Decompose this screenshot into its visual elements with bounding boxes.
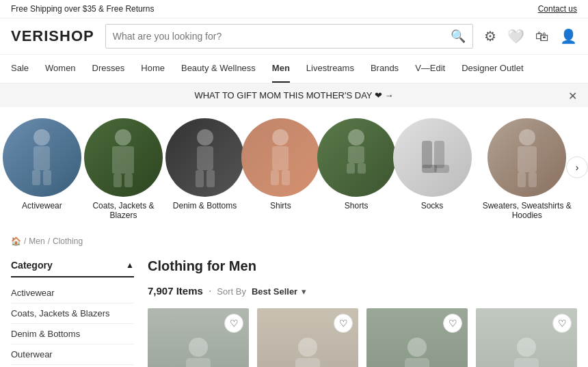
svg-rect-27: [529, 172, 537, 187]
svg-rect-41: [514, 358, 539, 367]
category-shorts-label: Shorts: [345, 201, 369, 210]
svg-rect-33: [295, 358, 320, 367]
user-icon[interactable]: 👤: [560, 28, 577, 44]
breadcrumb-men[interactable]: Men: [29, 236, 44, 246]
svg-rect-37: [405, 358, 429, 367]
breadcrumb-current: Clothing: [53, 236, 83, 246]
page-title: Clothing for Men: [148, 252, 577, 274]
breadcrumb-separator2: /: [48, 236, 50, 246]
promo-close-button[interactable]: ✕: [568, 89, 577, 102]
wishlist-button-1[interactable]: ♡: [224, 314, 243, 333]
sidebar-title: Category ▲: [11, 252, 134, 277]
category-denim[interactable]: Denim & Bottoms: [170, 118, 240, 210]
product-area: Clothing for Men 7,907 Items · Sort By B…: [148, 252, 577, 367]
category-denim-label: Denim & Bottoms: [173, 201, 237, 210]
category-shirts-label: Shirts: [270, 201, 291, 210]
svg-point-24: [519, 129, 535, 146]
header-icons: ⚙ 🤍 🛍 👤: [484, 28, 577, 44]
sidebar-item-outerwear[interactable]: Outerwear: [11, 344, 134, 365]
promo-text[interactable]: WHAT TO GIFT MOM THIS MOTHER'S DAY ❤ →: [194, 90, 393, 100]
sidebar: Category ▲ Activewear Coats, Jackets & B…: [11, 252, 134, 367]
category-activewear[interactable]: Activewear: [7, 118, 77, 210]
sidebar-item-activewear[interactable]: Activewear: [11, 283, 134, 303]
sort-value[interactable]: Best Seller: [252, 286, 297, 297]
category-coats[interactable]: Coats, Jackets & Blazers: [83, 118, 164, 220]
category-coats-image: [84, 118, 163, 197]
svg-rect-7: [124, 174, 133, 187]
category-activewear-label: Activewear: [22, 201, 62, 210]
sidebar-category-label: Category: [11, 260, 53, 271]
logo[interactable]: VERISHOP: [11, 27, 94, 45]
svg-rect-11: [206, 170, 215, 187]
nav-men[interactable]: Men: [272, 55, 290, 83]
svg-rect-13: [272, 146, 289, 170]
breadcrumb: 🏠 / Men / Clothing: [0, 231, 588, 252]
wishlist-button-4[interactable]: ♡: [552, 314, 572, 333]
settings-icon[interactable]: ⚙: [484, 28, 496, 44]
nav: Sale Women Dresses Home Beauty & Wellnes…: [0, 55, 588, 83]
sort-label: Sort By: [217, 286, 246, 297]
category-socks-label: Socks: [421, 201, 444, 210]
svg-point-0: [34, 129, 50, 146]
top-banner: Free Shipping over $35 & Free Returns Co…: [0, 0, 588, 18]
svg-rect-25: [518, 146, 537, 172]
nav-livestreams[interactable]: Livestreams: [306, 55, 354, 83]
product-count: 7,907 Items: [148, 285, 203, 297]
svg-rect-19: [358, 163, 366, 174]
category-shirts[interactable]: Shirts: [245, 118, 316, 210]
svg-rect-14: [271, 170, 279, 185]
bag-icon[interactable]: 🛍: [535, 29, 549, 44]
svg-rect-9: [197, 146, 213, 170]
svg-point-4: [115, 129, 131, 146]
svg-rect-10: [196, 170, 204, 187]
category-socks[interactable]: Socks: [397, 118, 468, 210]
svg-rect-6: [113, 174, 122, 187]
nav-beauty[interactable]: Beauty & Wellness: [181, 55, 256, 83]
svg-rect-3: [43, 170, 51, 185]
category-coats-label: Coats, Jackets & Blazers: [83, 201, 164, 220]
product-card-2[interactable]: ♡: [257, 308, 358, 367]
svg-rect-29: [186, 358, 211, 367]
svg-rect-26: [518, 172, 526, 187]
shipping-text: Free Shipping over $35 & Free Returns: [11, 4, 154, 14]
product-card-4[interactable]: ♡: [476, 308, 577, 367]
nav-sale[interactable]: Sale: [11, 55, 29, 83]
scroll-right-button[interactable]: ›: [566, 156, 588, 178]
svg-rect-2: [32, 170, 40, 185]
contact-link[interactable]: Contact us: [538, 4, 577, 14]
nav-designer[interactable]: Designer Outlet: [462, 55, 523, 83]
nav-home[interactable]: Home: [141, 55, 165, 83]
svg-point-16: [348, 129, 364, 146]
product-card-3[interactable]: ♡: [366, 308, 468, 367]
svg-point-12: [272, 129, 289, 146]
nav-dresses[interactable]: Dresses: [92, 55, 125, 83]
home-icon[interactable]: 🏠: [11, 236, 21, 246]
svg-point-36: [407, 338, 427, 357]
product-card-1[interactable]: ♡: [148, 308, 249, 367]
page-heading-wrapper: Clothing for Men: [148, 252, 577, 274]
wishlist-button-2[interactable]: ♡: [334, 314, 353, 333]
search-input[interactable]: [113, 31, 445, 42]
sidebar-item-denim[interactable]: Denim & Bottoms: [11, 324, 134, 344]
svg-rect-18: [347, 163, 355, 174]
sidebar-collapse-icon[interactable]: ▲: [126, 260, 134, 270]
product-image-2: ♡: [257, 308, 358, 367]
sort-arrow-icon[interactable]: ▾: [302, 286, 306, 297]
svg-rect-1: [34, 146, 50, 170]
category-activewear-image: [3, 118, 81, 197]
nav-brands[interactable]: Brands: [371, 55, 399, 83]
promo-banner: WHAT TO GIFT MOM THIS MOTHER'S DAY ❤ → ✕: [0, 83, 588, 107]
dot-separator: ·: [209, 285, 211, 297]
category-shirts-image: [241, 118, 320, 197]
nav-women[interactable]: Women: [45, 55, 76, 83]
product-grid: ♡ ♡: [148, 308, 577, 367]
wishlist-icon[interactable]: 🤍: [507, 28, 524, 44]
svg-point-40: [517, 338, 536, 357]
search-icon[interactable]: 🔍: [451, 29, 466, 44]
category-shorts-image: [317, 118, 396, 197]
sidebar-item-coats[interactable]: Coats, Jackets & Blazers: [11, 303, 134, 324]
wishlist-button-3[interactable]: ♡: [443, 314, 462, 333]
category-shorts[interactable]: Shorts: [321, 118, 392, 210]
nav-vedit[interactable]: V—Edit: [415, 55, 445, 83]
category-sweaters[interactable]: Sweaters, Sweatshirts & Hoodies: [472, 118, 581, 220]
